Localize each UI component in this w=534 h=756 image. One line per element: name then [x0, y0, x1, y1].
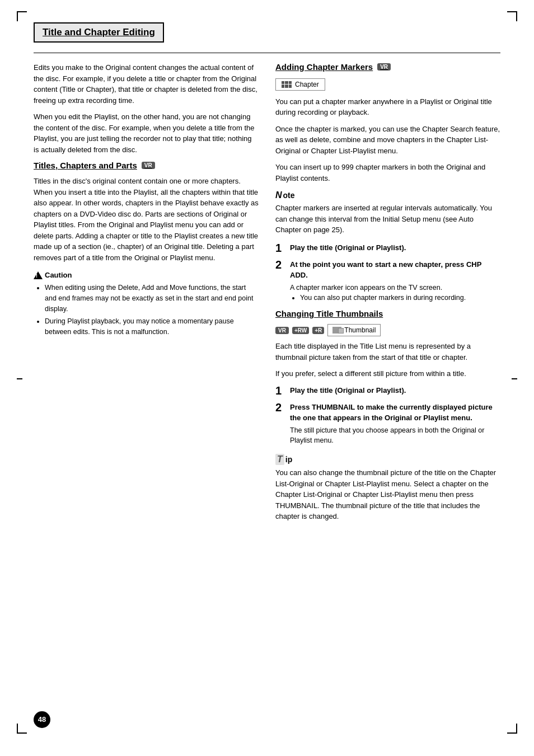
- badges-row: VR +RW +R Thumbnail: [275, 324, 500, 336]
- note-heading: N ote: [275, 190, 500, 200]
- section2-step2: 2 At the point you want to start a new c…: [275, 259, 500, 304]
- step1-content: Play the title (Original or Playlist).: [290, 242, 500, 253]
- grid-cell-4: [282, 84, 284, 88]
- section3-body1: Each title displayed in the Title List m…: [275, 341, 500, 363]
- page-title: Title and Chapter Editing: [43, 27, 155, 38]
- tip-section: T ip You can also change the thumbnail p…: [275, 454, 500, 522]
- chapter-grid-icon: [282, 81, 292, 88]
- section3-heading: Changing Title Thumbnails: [275, 309, 500, 318]
- grid-cell-3: [289, 81, 292, 84]
- intro-text-1: Edits you make to the Original content c…: [34, 62, 259, 106]
- step2-bullet1: You can also put chapter markers in duri…: [300, 293, 500, 303]
- thumbnail-label: Thumbnail: [344, 326, 376, 334]
- page: Title and Chapter Editing Edits you make…: [0, 0, 534, 756]
- section3-title: Changing Title Thumbnails: [275, 309, 383, 318]
- page-number-badge: 48: [34, 711, 50, 728]
- caution-triangle-icon: [34, 271, 43, 279]
- section2-title: Adding Chapter Markers: [275, 62, 373, 72]
- corner-mark-tr: [507, 11, 517, 21]
- note-section: N ote Chapter markers are inserted at re…: [275, 190, 500, 236]
- caution-item-2: During Playlist playback, you may notice…: [45, 316, 259, 337]
- section2-vr-badge: VR: [377, 63, 391, 71]
- grid-cell-5: [285, 84, 288, 88]
- chapter-icon-label: Chapter: [295, 81, 319, 88]
- section3-step2-number: 2: [275, 402, 285, 447]
- step2-number: 2: [275, 259, 285, 304]
- side-mark-right: [512, 378, 517, 379]
- section1-title: Titles, Chapters and Parts: [34, 161, 137, 170]
- section2-body1: You can put a chapter marker anywhere in…: [275, 96, 500, 118]
- section3-step1-number: 1: [275, 385, 285, 396]
- step2-text: At the point you want to start a new cha…: [290, 260, 481, 280]
- note-body: Chapter markers are inserted at regular …: [275, 203, 500, 236]
- grid-cell-1: [282, 81, 284, 84]
- title-divider: [34, 53, 500, 53]
- caution-section: Caution When editing using the Delete, A…: [34, 271, 259, 337]
- corner-mark-br: [507, 724, 517, 734]
- intro-text-2: When you edit the Playlist, on the other…: [34, 111, 259, 155]
- section1-body: Titles in the disc's original content co…: [34, 176, 259, 263]
- step2-bullets: You can also put chapter markers in duri…: [290, 293, 500, 303]
- thumbnail-icon: [332, 327, 341, 334]
- section2-body3: You can insert up to 999 chapter markers…: [275, 162, 500, 184]
- section3-r-badge: +R: [312, 327, 324, 334]
- step1-number: 1: [275, 242, 285, 253]
- corner-mark-tl: [17, 11, 27, 21]
- section3-step2: 2 Press THUMBNAIL to make the currently …: [275, 402, 500, 447]
- col-left: Edits you make to the Original content c…: [34, 62, 259, 528]
- section2-step1: 1 Play the title (Original or Playlist).: [275, 242, 500, 253]
- section3-step1: 1 Play the title (Original or Playlist).: [275, 385, 500, 396]
- caution-label: Caution: [45, 271, 72, 279]
- section3-step2-text: Press THUMBNAIL to make the currently di…: [290, 403, 493, 422]
- tip-t-icon: T: [275, 454, 284, 465]
- section1-heading: Titles, Chapters and Parts VR: [34, 161, 259, 170]
- note-n-icon: N: [275, 190, 282, 200]
- two-col-layout: Edits you make to the Original content c…: [34, 62, 500, 528]
- section3-vr-badge: VR: [275, 327, 289, 334]
- grid-cell-2: [285, 81, 288, 84]
- grid-cell-6: [289, 84, 292, 88]
- tip-heading: T ip: [275, 454, 500, 465]
- step1-text: Play the title (Original or Playlist).: [290, 243, 406, 252]
- section3-body2: If you prefer, select a different still …: [275, 368, 500, 379]
- section3-step2-sub: The still picture that you choose appear…: [290, 425, 500, 447]
- tip-body: You can also change the thumbnail pictur…: [275, 467, 500, 522]
- page-title-box: Title and Chapter Editing: [34, 22, 164, 43]
- caution-item-1: When editing using the Delete, Add and M…: [45, 283, 259, 314]
- corner-mark-bl: [17, 724, 27, 734]
- section3-step1-text: Play the title (Original or Playlist).: [290, 386, 406, 395]
- section3-step2-content: Press THUMBNAIL to make the currently di…: [290, 402, 500, 447]
- caution-list: When editing using the Delete, Add and M…: [34, 283, 259, 337]
- section2-heading: Adding Chapter Markers VR: [275, 62, 500, 72]
- tip-label: ip: [285, 455, 292, 464]
- note-label: ote: [283, 191, 295, 200]
- chapter-icon-box: Chapter: [275, 78, 325, 91]
- section1-vr-badge: VR: [142, 162, 155, 169]
- section3-step1-content: Play the title (Original or Playlist).: [290, 385, 500, 396]
- section3-rw-badge: +RW: [292, 327, 309, 334]
- step2-content: At the point you want to start a new cha…: [290, 259, 500, 304]
- step2-sub: A chapter marker icon appears on the TV …: [290, 283, 500, 293]
- side-mark-left: [17, 378, 22, 379]
- col-right: Adding Chapter Markers VR Chapter You ca…: [275, 62, 500, 528]
- section2-body2: Once the chapter is marked, you can use …: [275, 124, 500, 157]
- caution-heading: Caution: [34, 271, 259, 279]
- thumbnail-box: Thumbnail: [327, 324, 381, 336]
